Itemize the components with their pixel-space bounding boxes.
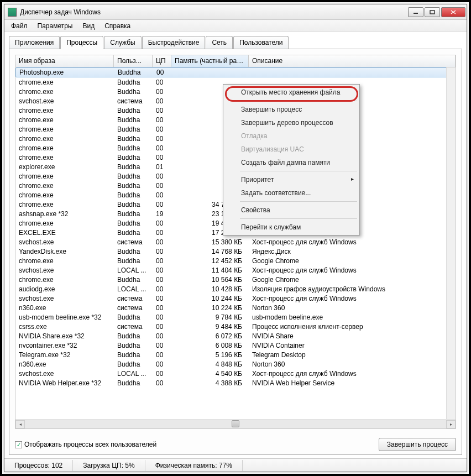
menu-help[interactable]: Справка: [100, 21, 135, 31]
cell: Buddha: [114, 201, 153, 208]
cell: 00: [153, 313, 171, 321]
ctx-end-process[interactable]: Завершить процесс: [224, 103, 358, 116]
cell: Telegram.exe *32: [15, 351, 114, 359]
cell: 00: [153, 304, 171, 312]
cell: NVIDIA Web Helper.exe *32: [15, 379, 114, 387]
cell: Norton 360: [249, 304, 456, 312]
table-row[interactable]: chrome.exeBuddha0012 452 КБGoogle Chrome: [15, 256, 456, 265]
cell: ashsnap.exe *32: [15, 210, 114, 218]
cell: 00: [153, 295, 171, 302]
cell: Buddha: [114, 210, 153, 218]
cell: система: [114, 295, 153, 302]
cell: svchost.exe: [15, 238, 114, 246]
titlebar[interactable]: Диспетчер задач Windows: [4, 4, 467, 20]
table-row[interactable]: n360.exeBuddha004 848 КБNorton 360: [15, 359, 456, 369]
bottom-bar: ✓ Отображать процессы всех пользователей…: [9, 435, 462, 454]
table-row[interactable]: audiodg.exeLOCAL ...0010 428 КБИзоляция …: [15, 284, 456, 294]
tab-performance[interactable]: Быстродействие: [142, 36, 206, 49]
cell: система: [114, 238, 153, 246]
cell: Photoshop.exe: [16, 69, 114, 76]
ctx-end-tree[interactable]: Завершить дерево процессов: [224, 116, 358, 129]
cell: svchost.exe: [15, 295, 114, 302]
col-memory[interactable]: Память (частный рабо...: [171, 55, 249, 67]
end-process-button[interactable]: Завершить процесс: [379, 438, 456, 451]
table-row[interactable]: svchost.exeсистема0010 244 КБХост-процес…: [15, 294, 456, 303]
cell: 00: [153, 323, 171, 331]
cell: Хост-процесс для служб Windows: [249, 266, 456, 274]
cell: csrss.exe: [15, 323, 114, 331]
ctx-properties[interactable]: Свойства: [224, 203, 358, 217]
col-user[interactable]: Польз...: [114, 55, 153, 67]
tab-users[interactable]: Пользователи: [233, 36, 289, 49]
scroll-right-button[interactable]: ▸: [446, 420, 456, 428]
cell: Telegram Desktop: [249, 351, 456, 359]
cell: 00: [153, 172, 171, 180]
cell: Buddha: [114, 182, 153, 190]
table-row[interactable]: csrss.exeсистема009 484 КБПроцесс исполн…: [15, 322, 456, 331]
cell: Хост-процесс для служб Windows: [249, 295, 456, 302]
menu-view[interactable]: Вид: [78, 21, 99, 31]
minimize-button[interactable]: [408, 7, 423, 17]
table-row[interactable]: nvcontainer.exe *32Buddha006 008 КБNVIDI…: [15, 341, 456, 350]
cell: Buddha: [114, 79, 153, 86]
table-row[interactable]: svchost.exeLOCAL ...004 540 КБХост-проце…: [15, 369, 456, 378]
col-description[interactable]: Описание: [249, 55, 456, 67]
cell: Buddha: [114, 257, 153, 265]
horizontal-scrollbar[interactable]: ◂ ▸: [15, 419, 456, 428]
table-row[interactable]: n360.exeсистема0010 224 КБNorton 360: [15, 303, 456, 312]
scroll-left-button[interactable]: ◂: [15, 420, 25, 428]
cell: Buddha: [114, 229, 153, 237]
table-row[interactable]: NVIDIA Web Helper.exe *32Buddha004 388 К…: [15, 378, 456, 388]
ctx-uac: Виртуализация UAC: [224, 143, 358, 156]
status-memory: Физическая память: 77%: [145, 460, 243, 471]
col-image[interactable]: Имя образа: [15, 55, 114, 67]
cell: Buddha: [114, 248, 153, 255]
table-row[interactable]: usb-modem beeline.exe *32Buddha009 784 К…: [15, 312, 456, 322]
cell: n360.exe: [15, 360, 114, 368]
tab-networking[interactable]: Сеть: [206, 36, 233, 49]
table-row[interactable]: svchost.exeLOCAL ...0011 404 КБХост-проц…: [15, 265, 456, 275]
col-cpu[interactable]: ЦП: [153, 55, 171, 67]
cell: 00: [153, 116, 171, 124]
cell: chrome.exe: [15, 88, 114, 96]
scroll-thumb[interactable]: [232, 420, 239, 427]
cell: Buddha: [114, 342, 153, 349]
tab-processes[interactable]: Процессы: [60, 36, 103, 49]
cell: EXCEL.EXE: [15, 229, 114, 237]
cell: Buddha: [114, 135, 153, 143]
close-button[interactable]: [441, 7, 465, 17]
maximize-button[interactable]: [425, 7, 440, 17]
ctx-affinity[interactable]: Задать соответствие...: [224, 186, 358, 200]
cell: 00: [153, 79, 171, 86]
cell: Buddha: [114, 172, 153, 180]
cell: Google Chrome: [249, 276, 456, 284]
cell: Buddha: [114, 116, 153, 124]
cell: 00: [153, 379, 171, 387]
table-row[interactable]: YandexDisk.exeBuddha0014 768 КБЯндекс.Ди…: [15, 247, 456, 256]
table-row[interactable]: chrome.exeBuddha0010 564 КБGoogle Chrome: [15, 275, 456, 284]
ctx-dump[interactable]: Создать файл дампа памяти: [224, 156, 358, 169]
cell: 00: [153, 351, 171, 359]
table-row[interactable]: Photoshop.exeBuddha00: [15, 67, 456, 77]
cell: NVIDIA Share.exe *32: [15, 332, 114, 340]
table-row[interactable]: Telegram.exe *32Buddha005 196 КБTelegram…: [15, 350, 456, 359]
menu-file[interactable]: Файл: [7, 21, 32, 31]
cell: svchost.exe: [15, 97, 114, 105]
cell: 00: [153, 219, 171, 227]
tab-services[interactable]: Службы: [104, 36, 141, 49]
ctx-priority[interactable]: Приоритет: [224, 173, 358, 186]
table-row[interactable]: NVIDIA Share.exe *32Buddha006 072 КБNVID…: [15, 331, 456, 341]
cell: Buddha: [114, 313, 153, 321]
menu-options[interactable]: Параметры: [33, 21, 77, 31]
vertical-scrollbar[interactable]: [446, 67, 456, 419]
context-menu: Открыть место хранения файла Завершить п…: [223, 84, 360, 236]
table-row[interactable]: svchost.exeсистема0015 380 КБХост-процес…: [15, 237, 456, 247]
cell: Buddha: [114, 219, 153, 227]
tab-applications[interactable]: Приложения: [9, 36, 60, 49]
tabstrip: Приложения Процессы Службы Быстродействи…: [4, 32, 467, 49]
cell: 9 784 КБ: [171, 313, 249, 321]
ctx-goto-services[interactable]: Перейти к службам: [224, 221, 358, 234]
cell: система: [114, 304, 153, 312]
show-all-users-checkbox[interactable]: ✓ Отображать процессы всех пользователей: [15, 441, 156, 448]
ctx-open-location[interactable]: Открыть место хранения файла: [224, 86, 358, 99]
